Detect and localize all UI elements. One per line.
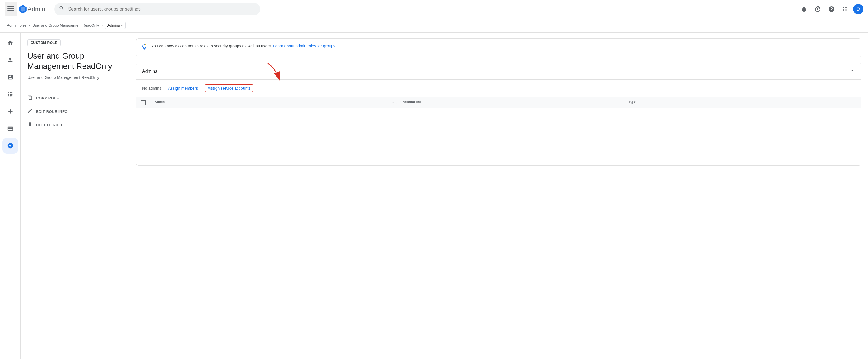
search-bar[interactable] (54, 3, 260, 15)
breadcrumb-sep-1: › (29, 23, 30, 27)
table-body-empty (136, 108, 861, 165)
table-header: Admin Organizational unit Type (136, 97, 861, 108)
assign-service-accounts-link[interactable]: Assign service accounts (205, 84, 253, 92)
delete-icon (27, 122, 33, 128)
nav-icons: D (798, 3, 863, 15)
logo-area: Admin (18, 5, 45, 14)
breadcrumb-dropdown[interactable]: Admins ▾ (105, 22, 125, 29)
th-type: Type (624, 100, 861, 105)
search-input[interactable] (68, 7, 256, 12)
svg-rect-1 (7, 8, 14, 8)
assign-members-link[interactable]: Assign members (168, 86, 198, 91)
left-navigation (0, 33, 21, 359)
admins-actions: No admins Assign members Assign service … (136, 80, 861, 97)
admins-section: Admins No admins Assign members Assign s… (136, 63, 861, 166)
nav-item-apps[interactable] (2, 86, 18, 102)
left-panel: CUSTOM ROLE User and Group Management Re… (21, 33, 129, 359)
divider (27, 87, 122, 87)
edit-role-action[interactable]: EDIT ROLE INFO (27, 105, 122, 118)
notifications-button[interactable] (798, 3, 810, 15)
th-org-unit: Organizational unit (387, 100, 624, 105)
breadcrumb-role-name[interactable]: User and Group Management ReadOnly (32, 23, 99, 27)
no-admins-text: No admins (142, 86, 161, 91)
top-navigation: Admin D (0, 0, 868, 18)
logo-icon (18, 5, 27, 14)
breadcrumb-sep-2: › (101, 23, 102, 27)
info-learn-link[interactable]: Learn about admin roles for groups (273, 44, 335, 48)
info-banner: You can now assign admin roles to securi… (136, 38, 861, 57)
nav-item-users[interactable] (2, 52, 18, 68)
info-text: You can now assign admin roles to securi… (151, 43, 335, 49)
edit-role-label: EDIT ROLE INFO (36, 109, 68, 114)
timer-button[interactable] (812, 3, 824, 15)
custom-role-badge: CUSTOM ROLE (27, 39, 61, 46)
svg-rect-0 (7, 6, 14, 7)
delete-role-action[interactable]: DELETE ROLE (27, 118, 122, 132)
delete-role-label: DELETE ROLE (36, 123, 64, 127)
copy-icon (27, 95, 33, 101)
nav-item-billing[interactable] (2, 121, 18, 137)
breadcrumb: Admin roles › User and Group Management … (0, 18, 868, 33)
apps-grid-button[interactable] (839, 3, 851, 15)
breadcrumb-admin-roles[interactable]: Admin roles (7, 23, 27, 27)
help-button[interactable] (826, 3, 837, 15)
edit-icon (27, 108, 33, 115)
th-checkbox[interactable] (136, 100, 150, 105)
breadcrumb-dropdown-arrow: ▾ (121, 23, 123, 27)
svg-rect-2 (7, 10, 14, 10)
hamburger-menu[interactable] (5, 2, 17, 16)
collapse-button[interactable] (849, 68, 855, 75)
role-subtitle: User and Group Management ReadOnly (27, 75, 122, 80)
nav-item-assistant[interactable] (2, 103, 18, 120)
logo-text: Admin (27, 5, 45, 13)
header-checkbox[interactable] (141, 100, 146, 105)
right-panel: You can now assign admin roles to securi… (129, 33, 868, 359)
nav-item-home[interactable] (2, 35, 18, 51)
breadcrumb-current: Admins (107, 23, 120, 27)
nav-item-email[interactable] (2, 138, 18, 154)
copy-role-action[interactable]: COPY ROLE (27, 92, 122, 105)
content-area: CUSTOM ROLE User and Group Management Re… (21, 33, 868, 359)
main-layout: CUSTOM ROLE User and Group Management Re… (0, 33, 868, 359)
avatar[interactable]: D (853, 4, 863, 14)
role-title: User and Group Management ReadOnly (27, 51, 122, 72)
admins-section-header: Admins (136, 63, 861, 80)
admins-title: Admins (142, 69, 157, 74)
copy-role-label: COPY ROLE (36, 96, 59, 100)
search-icon (59, 5, 65, 12)
lightbulb-icon (141, 44, 148, 52)
th-admin: Admin (150, 100, 387, 105)
nav-item-reports[interactable] (2, 69, 18, 85)
